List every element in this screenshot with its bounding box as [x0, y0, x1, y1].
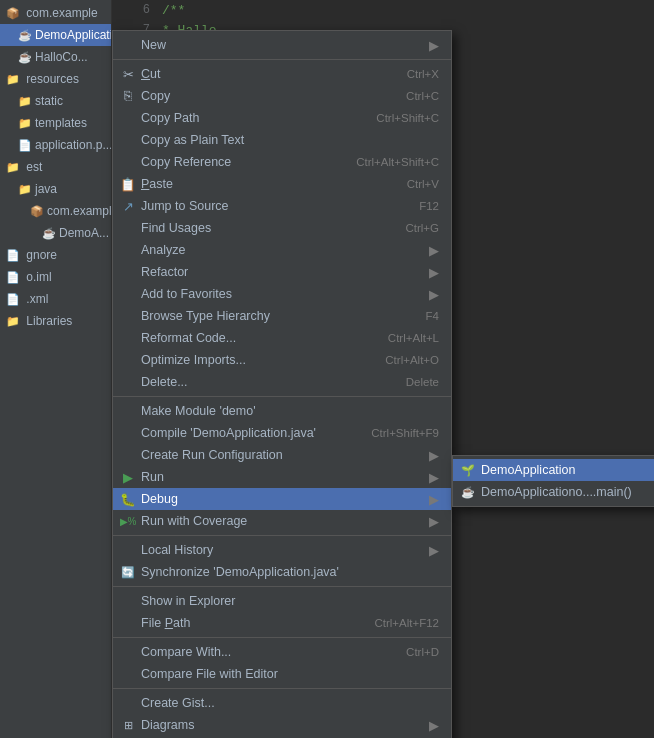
folder-icon-resources: 📁 — [6, 73, 20, 85]
coverage-icon: ▶% — [119, 516, 137, 527]
menu-item-file-path[interactable]: File Path Ctrl+Alt+F12 — [113, 612, 451, 634]
sidebar-item-xml[interactable]: 📄 .xml — [0, 288, 111, 310]
menu-item-compile-label: Compile 'DemoApplication.java' — [141, 426, 316, 440]
menu-item-jump-source[interactable]: ↗ Jump to Source F12 — [113, 195, 451, 217]
file-icon-ignore: 📄 — [6, 249, 20, 261]
menu-item-compare-with[interactable]: Compare With... Ctrl+D — [113, 641, 451, 663]
file-icon-app: 📄 — [18, 136, 32, 154]
menu-item-diagrams-label: Diagrams — [141, 718, 195, 732]
menu-item-copy-path[interactable]: Copy Path Ctrl+Shift+C — [113, 107, 451, 129]
compare-with-shortcut: Ctrl+D — [406, 646, 439, 658]
sidebar-item-static[interactable]: 📁 static — [0, 90, 111, 112]
submenu-arrow-debug: ▶ — [429, 492, 439, 507]
menu-item-diagrams[interactable]: ⊞ Diagrams ▶ — [113, 714, 451, 736]
menu-item-refactor[interactable]: Refactor ▶ — [113, 261, 451, 283]
java-file-icon-2: ☕ — [18, 48, 32, 66]
menu-item-copy[interactable]: ⎘ Copy Ctrl+C — [113, 85, 451, 107]
menu-item-copy-path-label: Copy Path — [141, 111, 199, 125]
menu-item-optimize-imports-label: Optimize Imports... — [141, 353, 246, 367]
separator-4 — [113, 586, 451, 587]
menu-item-copy-reference[interactable]: Copy Reference Ctrl+Alt+Shift+C — [113, 151, 451, 173]
menu-item-paste[interactable]: 📋 Paste Ctrl+V — [113, 173, 451, 195]
sidebar-item-iml[interactable]: 📄 o.iml — [0, 266, 111, 288]
spring-debug-icon: 🌱 — [459, 464, 477, 477]
run-icon: ▶ — [119, 470, 137, 485]
menu-item-new[interactable]: New ▶ — [113, 34, 451, 56]
menu-item-compare-with-label: Compare With... — [141, 645, 231, 659]
menu-item-local-history[interactable]: Local History ▶ — [113, 539, 451, 561]
sidebar-item-java[interactable]: 📁 java — [0, 178, 111, 200]
copy-path-shortcut: Ctrl+Shift+C — [376, 112, 439, 124]
file-icon-xml: 📄 — [6, 293, 20, 305]
folder-icon-java: 📁 — [18, 180, 32, 198]
menu-item-cut[interactable]: ✂ Cut Ctrl+X — [113, 63, 451, 85]
menu-item-browse-hierarchy[interactable]: Browse Type Hierarchy F4 — [113, 305, 451, 327]
sidebar-item-templates[interactable]: 📁 templates — [0, 112, 111, 134]
menu-item-delete[interactable]: Delete... Delete — [113, 371, 451, 393]
sidebar-item-com-example[interactable]: 📦 com.example — [0, 2, 111, 24]
copy-icon: ⎘ — [119, 89, 137, 103]
menu-item-delete-label: Delete... — [141, 375, 188, 389]
submenu-arrow-coverage: ▶ — [429, 514, 439, 529]
menu-item-add-favorites[interactable]: Add to Favorites ▶ — [113, 283, 451, 305]
sidebar-item-demoa[interactable]: ☕ DemoA... — [0, 222, 111, 244]
delete-shortcut: Delete — [406, 376, 439, 388]
editor-line-1: 6 /** — [112, 0, 654, 20]
sidebar-item-gitignore[interactable]: 📄 gnore — [0, 244, 111, 266]
menu-item-compile[interactable]: Compile 'DemoApplication.java' Ctrl+Shif… — [113, 422, 451, 444]
paste-shortcut: Ctrl+V — [407, 178, 439, 190]
menu-item-make-module[interactable]: Make Module 'demo' — [113, 400, 451, 422]
sidebar-item-com-example-2[interactable]: 📦 com.example — [0, 200, 111, 222]
submenu-arrow-refactor: ▶ — [429, 265, 439, 280]
sidebar: 📦 com.example ☕ DemoApplication ☕ HalloC… — [0, 0, 112, 738]
sidebar-item-resources[interactable]: 📁 resources — [0, 68, 111, 90]
diagrams-icon: ⊞ — [119, 719, 137, 732]
submenu-arrow-favorites: ▶ — [429, 287, 439, 302]
find-usages-shortcut: Ctrl+G — [405, 222, 439, 234]
sidebar-item-libraries[interactable]: 📁 Libraries — [0, 310, 111, 332]
menu-item-compare-editor[interactable]: Compare File with Editor — [113, 663, 451, 685]
submenu-arrow-run: ▶ — [429, 470, 439, 485]
menu-item-debug[interactable]: 🐛 Debug ▶ — [113, 488, 451, 510]
menu-item-show-explorer[interactable]: Show in Explorer — [113, 590, 451, 612]
submenu-debug: 🌱 DemoApplication ☕ DemoApplicationo....… — [452, 455, 654, 507]
browse-hierarchy-shortcut: F4 — [426, 310, 439, 322]
copy-ref-shortcut: Ctrl+Alt+Shift+C — [356, 156, 439, 168]
menu-item-create-run-config[interactable]: Create Run Configuration ▶ — [113, 444, 451, 466]
menu-item-reformat[interactable]: Reformat Code... Ctrl+Alt+L — [113, 327, 451, 349]
reformat-shortcut: Ctrl+Alt+L — [388, 332, 439, 344]
menu-item-synchronize-label: Synchronize 'DemoApplication.java' — [141, 565, 339, 579]
jump-icon: ↗ — [119, 199, 137, 214]
menu-item-create-run-config-label: Create Run Configuration — [141, 448, 283, 462]
menu-item-optimize-imports[interactable]: Optimize Imports... Ctrl+Alt+O — [113, 349, 451, 371]
submenu-debug-demo-label: DemoApplication — [481, 463, 576, 477]
menu-item-file-path-label: File Path — [141, 616, 190, 630]
jump-source-shortcut: F12 — [419, 200, 439, 212]
sidebar-item-demo-application[interactable]: ☕ DemoApplication — [0, 24, 111, 46]
separator-2 — [113, 396, 451, 397]
submenu-arrow-diagrams: ▶ — [429, 718, 439, 733]
menu-item-browse-hierarchy-label: Browse Type Hierarchy — [141, 309, 270, 323]
sidebar-item-hallo-controller[interactable]: ☕ HalloCo... — [0, 46, 111, 68]
menu-item-copy-plain[interactable]: Copy as Plain Text — [113, 129, 451, 151]
paste-icon: 📋 — [119, 177, 137, 192]
menu-item-run-coverage[interactable]: ▶% Run with Coverage ▶ — [113, 510, 451, 532]
folder-icon-templates: 📁 — [18, 114, 32, 132]
menu-item-find-usages[interactable]: Find Usages Ctrl+G — [113, 217, 451, 239]
sidebar-item-test[interactable]: 📁 est — [0, 156, 111, 178]
menu-item-run[interactable]: ▶ Run ▶ — [113, 466, 451, 488]
menu-item-make-module-label: Make Module 'demo' — [141, 404, 256, 418]
separator-3 — [113, 535, 451, 536]
menu-item-create-gist[interactable]: Create Gist... — [113, 692, 451, 714]
submenu-debug-item-main[interactable]: ☕ DemoApplicationo....main() — [453, 481, 654, 503]
menu-item-analyze[interactable]: Analyze ▶ — [113, 239, 451, 261]
menu-item-copy-label: Copy — [141, 89, 170, 103]
menu-item-run-label: Run — [141, 470, 164, 484]
menu-item-reformat-label: Reformat Code... — [141, 331, 236, 345]
menu-item-find-usages-label: Find Usages — [141, 221, 211, 235]
folder-icon: 📦 — [6, 7, 20, 19]
cut-icon: ✂ — [119, 67, 137, 82]
sidebar-item-application[interactable]: 📄 application.p... — [0, 134, 111, 156]
menu-item-synchronize[interactable]: 🔄 Synchronize 'DemoApplication.java' — [113, 561, 451, 583]
submenu-debug-item-demo[interactable]: 🌱 DemoApplication — [453, 459, 654, 481]
